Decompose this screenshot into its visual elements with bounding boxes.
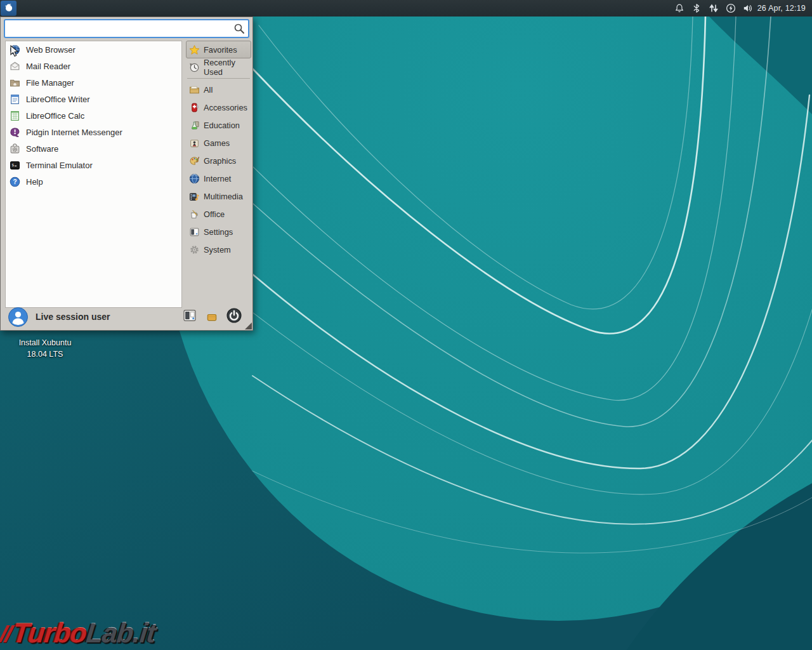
app-item-software[interactable]: Software (6, 140, 181, 157)
help-icon: ? (9, 176, 20, 187)
all-settings-button[interactable] (181, 308, 198, 325)
app-item-label: LibreOffice Calc (26, 111, 84, 121)
category-label: All (204, 85, 213, 95)
install-label-line2: 18.04 LTS (5, 348, 85, 360)
category-system[interactable]: System (186, 241, 251, 258)
app-item-label: Software (26, 144, 58, 154)
app-item-pidgin-internet-messenger[interactable]: Pidgin Internet Messenger (6, 124, 181, 140)
watermark-lab: Lab.it (85, 618, 157, 648)
xubuntu-logo-icon (3, 2, 15, 15)
system-tray (674, 3, 754, 14)
app-item-help[interactable]: ?Help (6, 173, 181, 190)
category-label: Games (204, 138, 230, 148)
power-button-icon (226, 308, 242, 326)
app-item-label: File Manager (26, 78, 74, 88)
category-settings[interactable]: Settings (186, 223, 251, 241)
app-item-label: Mail Reader (26, 62, 70, 71)
watermark-turbo: Turbo (11, 618, 88, 648)
terminal-icon: $ (9, 159, 20, 171)
graphics-icon (189, 156, 200, 166)
favorites-app-list: Web BrowserMail ReaderFile ManagerLibreO… (5, 41, 182, 308)
bluetooth-icon[interactable] (691, 3, 702, 14)
app-item-web-browser[interactable]: Web Browser (6, 41, 181, 58)
education-icon (189, 120, 200, 131)
resize-grip[interactable] (245, 322, 252, 329)
pidgin-icon (9, 126, 20, 138)
whisker-menu: Web BrowserMail ReaderFile ManagerLibreO… (0, 17, 253, 331)
notifications-icon[interactable] (674, 3, 685, 14)
gear-icon (189, 244, 200, 255)
user-avatar-icon (8, 307, 28, 327)
category-label: Recently Used (204, 58, 251, 77)
category-label: System (204, 245, 231, 255)
category-label: Office (204, 209, 225, 219)
app-item-label: Help (26, 177, 43, 187)
multimedia-icon (189, 191, 200, 202)
globe-icon (189, 173, 200, 184)
office-icon (189, 209, 200, 220)
category-education[interactable]: Education (186, 116, 251, 134)
applications-menu-button[interactable] (1, 1, 16, 16)
panel-clock[interactable]: 26 Apr, 12:19 (757, 4, 806, 13)
category-label: Accessories (204, 103, 247, 112)
search-input[interactable] (4, 19, 249, 38)
mouse-cursor (10, 45, 20, 60)
app-item-label: LibreOffice Writer (26, 95, 90, 104)
category-label: Favorites (204, 45, 237, 55)
settings-panel-big-icon (182, 308, 197, 325)
user-name: Live session user (36, 312, 110, 322)
games-icon (189, 138, 200, 149)
app-item-libreoffice-writer[interactable]: LibreOffice Writer (6, 91, 181, 107)
desktop-icon-install-xubuntu[interactable]: Install Xubuntu 18.04 LTS (5, 337, 85, 360)
folder-all-icon (189, 84, 200, 95)
category-internet[interactable]: Internet (186, 169, 251, 187)
turbolab-watermark: TurboLab.it (1, 618, 157, 649)
category-multimedia[interactable]: Multimedia (186, 187, 251, 205)
category-label: Graphics (204, 156, 236, 166)
app-item-label: Web Browser (26, 45, 75, 55)
category-list: FavoritesRecently UsedAllAccessoriesEduc… (186, 41, 251, 258)
libreoffice-calc-icon (9, 110, 20, 121)
category-label: Settings (204, 227, 233, 237)
settings-panel-icon (189, 227, 200, 237)
mail-reader-icon (9, 60, 20, 72)
category-all[interactable]: All (186, 81, 251, 98)
svg-text:?: ? (13, 178, 16, 185)
session-buttons (181, 308, 242, 325)
padlock-icon (205, 308, 219, 325)
install-label-line1: Install Xubuntu (5, 337, 85, 348)
libreoffice-writer-icon (9, 93, 20, 105)
volume-icon[interactable] (743, 3, 754, 14)
software-icon (9, 143, 20, 154)
category-recently-used[interactable]: Recently Used (186, 58, 251, 76)
file-manager-icon (9, 77, 20, 88)
category-office[interactable]: Office (186, 205, 251, 223)
power-manager-icon[interactable] (726, 3, 737, 14)
search-icon (233, 23, 245, 34)
category-graphics[interactable]: Graphics (186, 152, 251, 169)
category-separator (187, 78, 250, 79)
category-label: Multimedia (204, 192, 243, 201)
app-item-label: Pidgin Internet Messenger (26, 128, 122, 137)
clock-history-icon (189, 62, 200, 73)
top-panel: 26 Apr, 12:19 (0, 0, 812, 17)
category-label: Internet (204, 174, 231, 183)
network-icon[interactable] (709, 3, 719, 14)
app-item-label: Terminal Emulator (26, 161, 93, 170)
svg-text:$: $ (11, 162, 14, 168)
star-icon (189, 44, 200, 55)
app-item-terminal-emulator[interactable]: $Terminal Emulator (6, 157, 181, 173)
category-favorites[interactable]: Favorites (186, 41, 251, 58)
log-out-button[interactable] (226, 308, 242, 325)
menu-footer: Live session user (1, 303, 252, 330)
category-games[interactable]: Games (186, 134, 251, 152)
app-item-libreoffice-calc[interactable]: LibreOffice Calc (6, 107, 181, 124)
desktop-screen: 26 Apr, 12:19 Web BrowserMail ReaderFile… (0, 0, 812, 650)
category-label: Education (204, 121, 240, 130)
accessories-icon (189, 102, 200, 113)
lock-screen-button[interactable] (204, 308, 220, 325)
app-item-file-manager[interactable]: File Manager (6, 74, 181, 91)
category-accessories[interactable]: Accessories (186, 98, 251, 116)
app-item-mail-reader[interactable]: Mail Reader (6, 58, 181, 74)
